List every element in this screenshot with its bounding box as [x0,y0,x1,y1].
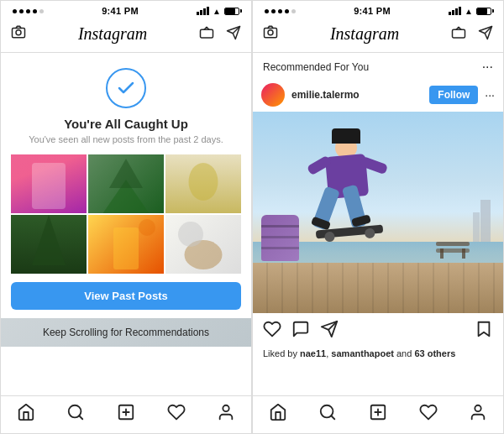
battery-icon [224,8,239,15]
signal-dots [13,9,44,13]
add-post-icon-right[interactable] [369,403,387,425]
post-header-right: Follow ··· [429,86,495,104]
caught-up-section: You're All Caught Up You've seen all new… [1,53,251,154]
keep-scrolling-label: Keep Scrolling for Recommendations [43,327,209,338]
signal-dots-right [265,9,296,13]
grid-cell-4 [11,215,87,274]
liked-by-text: Liked by nae11, samanthapoet and 63 othe… [263,348,455,358]
signal-bars-icon-right [449,7,461,15]
share-icon[interactable] [320,320,339,342]
wifi-icon: ▲ [213,7,221,16]
svg-point-1 [16,30,21,35]
home-icon[interactable] [17,403,35,425]
top-nav-left: Instagram [1,19,251,53]
home-icon-right[interactable] [269,403,287,425]
heart-icon-right[interactable] [419,403,438,425]
camera-icon[interactable] [11,24,26,44]
profile-icon-right[interactable] [469,403,487,425]
wifi-icon-right: ▲ [465,7,473,16]
caught-subtitle: You've seen all new posts from the past … [12,134,240,144]
recommended-label: Recommended For You [263,61,369,73]
send-icon-right[interactable] [478,25,493,44]
post-user: emilie.talermo [261,83,360,107]
bottom-nav-left [1,395,251,433]
tv-icon-right[interactable] [451,25,466,44]
grid-cell-3 [165,154,241,213]
search-icon-right[interactable] [318,403,337,425]
like-icon[interactable] [263,320,281,342]
grid-cell-2 [88,154,164,213]
svg-point-10 [223,405,229,411]
svg-marker-18 [479,322,490,337]
svg-line-20 [332,416,335,419]
profile-icon[interactable] [217,403,235,425]
status-time-right: 9:41 PM [354,6,391,16]
skater-figure [303,137,404,271]
grid-cell-1 [11,154,87,213]
recommended-section: Recommended For You ··· [253,53,503,78]
left-scroll-area: You're All Caught Up You've seen all new… [1,53,251,395]
status-time-left: 9:41 PM [102,6,139,16]
grid-cell-5 [88,215,164,274]
camera-icon-right[interactable] [263,24,278,44]
username[interactable]: emilie.talermo [291,89,360,101]
heart-icon[interactable] [167,403,186,425]
status-bar-right: 9:41 PM ▲ [253,1,503,19]
view-past-posts-button[interactable]: View Past Posts [11,282,241,310]
app-title-right: Instagram [330,24,399,44]
bottom-nav-right [253,395,503,433]
nav-right-left [199,25,241,44]
grid-cell-6 [165,215,241,274]
post-header: emilie.talermo Follow ··· [253,78,503,112]
nav-right-right [451,25,493,44]
liked-by: Liked by nae11, samanthapoet and 63 othe… [253,348,503,363]
recommended-more-icon[interactable]: ··· [482,60,493,75]
keep-scrolling-banner[interactable]: Keep Scrolling for Recommendations [1,318,251,347]
svg-line-6 [80,416,83,419]
caught-title: You're All Caught Up [64,117,188,131]
status-bar-left: 9:41 PM ▲ [1,1,251,19]
comment-icon[interactable] [291,320,310,342]
svg-rect-13 [452,29,465,38]
tv-icon[interactable] [199,25,214,44]
post-image [253,112,503,313]
top-nav-right: Instagram [253,19,503,53]
avatar[interactable] [261,83,285,107]
search-icon[interactable] [66,403,85,425]
status-icons-right: ▲ [449,7,491,16]
svg-point-12 [268,30,273,35]
battery-icon-right [476,8,491,15]
save-icon[interactable] [475,320,493,342]
check-circle [106,68,146,108]
left-phone: 9:41 PM ▲ Instagram [0,0,252,434]
svg-rect-2 [200,29,213,38]
post-more-icon[interactable]: ··· [485,88,495,102]
app-title-left: Instagram [78,24,147,44]
follow-button[interactable]: Follow [429,86,478,104]
action-icons-left [263,320,339,342]
right-phone: 9:41 PM ▲ Instagram [252,0,504,434]
status-icons-left: ▲ [197,7,239,16]
add-post-icon[interactable] [117,403,135,425]
signal-bars-icon [197,7,209,15]
svg-point-24 [475,405,481,411]
post-actions [253,313,503,348]
send-icon[interactable] [226,25,241,44]
photo-grid [11,154,241,274]
